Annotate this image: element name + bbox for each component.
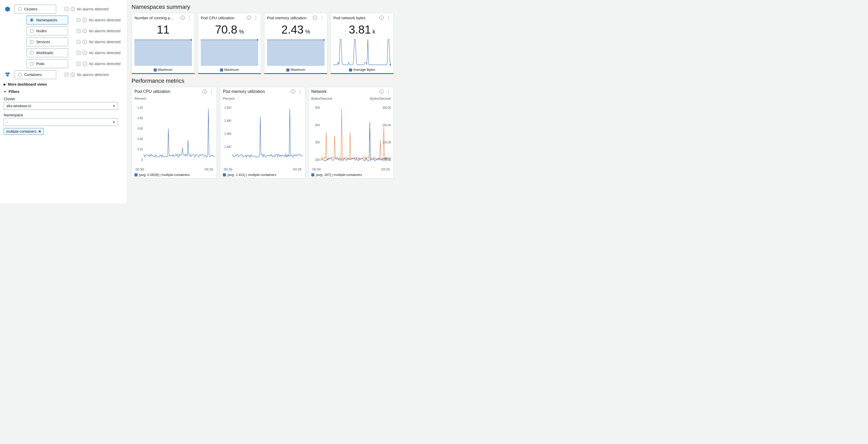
info-icon[interactable]: i (71, 7, 75, 11)
nav-item-label: Workloads (36, 51, 53, 55)
namespace-field-label: Namespace (4, 113, 124, 117)
card-menu-button[interactable]: ⋮ (320, 16, 324, 20)
chart-title: Pod memory utilization (223, 89, 265, 94)
metric-value: 3.81k (333, 23, 391, 36)
nav-item-label: Namespaces (36, 18, 58, 22)
svg-text:300.00: 300.00 (382, 106, 391, 109)
checkbox-icon[interactable] (76, 40, 81, 44)
alarm-status: iNo alarms detected (76, 29, 120, 33)
caret-right-icon: ▶ (4, 83, 6, 86)
perf-section-title: Performance metrics (131, 78, 394, 84)
card-menu-button[interactable]: ⋮ (209, 89, 214, 94)
info-icon[interactable]: i (83, 18, 87, 22)
svg-text:500: 500 (315, 106, 319, 109)
radio-icon (30, 18, 34, 22)
svg-text:300: 300 (315, 141, 319, 144)
alarm-text: No alarms detected (77, 7, 108, 11)
info-icon[interactable]: i (83, 62, 87, 66)
tree-row-pods: PodsiNo alarms detected (16, 59, 124, 68)
tree-row-workloads: WorkloadsiNo alarms detected (16, 49, 124, 57)
info-icon[interactable]: i (83, 40, 87, 44)
checkbox-icon[interactable] (76, 62, 81, 66)
chart-title: Pod CPU utilization (134, 89, 170, 94)
card-menu-button[interactable]: ⋮ (298, 89, 303, 94)
x-tick-start: 00:30 (312, 167, 321, 171)
radio-icon (18, 7, 22, 11)
info-icon[interactable]: i (181, 16, 185, 20)
alarm-status: iNo alarms detected (64, 72, 108, 77)
alarm-status: iNo alarms detected (76, 18, 120, 22)
svg-text:2.480: 2.480 (224, 119, 231, 122)
cluster-field-label: Cluster (4, 97, 124, 101)
chart-plot: 2.5002.4802.4602.440 (223, 101, 303, 166)
cluster-select[interactable]: eks-windows-ci ▼ (4, 102, 118, 110)
nav-pods-button[interactable]: Pods (27, 59, 68, 68)
card-legend: Maximum (267, 67, 324, 71)
metric-value: 70.8% (201, 23, 258, 36)
chevron-down-icon: ▼ (113, 105, 115, 108)
alarm-status: iNo alarms detected (64, 7, 108, 11)
tree-row-clusters: ClustersiNo alarms detected (4, 5, 124, 13)
info-icon[interactable]: i (203, 90, 207, 94)
nav-containers-button[interactable]: Containers (14, 70, 56, 79)
info-icon[interactable]: i (71, 72, 75, 77)
perf-chart-card: Pod CPU utilizationi⋮Percent1.000.800.60… (131, 87, 217, 179)
checkbox-icon[interactable] (76, 51, 81, 55)
checkbox-icon[interactable] (64, 72, 69, 77)
nav-workloads-button[interactable]: Workloads (27, 49, 68, 57)
card-menu-button[interactable]: ⋮ (386, 89, 391, 94)
radio-icon (30, 29, 34, 33)
svg-text:2.440: 2.440 (224, 145, 231, 148)
svg-text:0.60: 0.60 (137, 127, 143, 130)
namespace-filter-chip[interactable]: multiple-containers ✕ (4, 128, 44, 135)
perf-chart-card: Networki⋮Bytes/SecondBytes/Second5004003… (308, 87, 394, 179)
nav-item-label: Nodes (36, 29, 46, 33)
x-tick-start: 00:30 (224, 167, 232, 171)
chip-label: multiple-containers (6, 129, 37, 134)
checkbox-icon[interactable] (76, 29, 81, 33)
alarm-text: No alarms detected (89, 51, 120, 55)
svg-marker-1 (5, 72, 7, 75)
svg-marker-0 (5, 6, 10, 12)
checkbox-icon[interactable] (64, 7, 69, 11)
nav-namespaces-button[interactable]: Namespaces (27, 16, 68, 25)
y-axis-label: Percent (134, 96, 146, 100)
alarm-text: No alarms detected (77, 72, 108, 77)
card-menu-button[interactable]: ⋮ (253, 16, 258, 20)
summary-card: Pod memory utilizationi⋮2.43%Maximum (264, 13, 328, 74)
tree-row-services: ServicesiNo alarms detected (16, 37, 124, 46)
checkbox-icon[interactable] (76, 18, 81, 22)
info-icon[interactable]: i (379, 90, 383, 94)
chart-legend: [avg: 2.431] | multiple-containers (223, 171, 303, 177)
filters-toggle[interactable]: ▼ Filters (4, 90, 124, 94)
summary-section-title: Namespaces summary (131, 4, 394, 10)
nav-item-label: Clusters (24, 7, 37, 11)
card-title: Pod CPU utilization (201, 16, 245, 20)
svg-text:0.20: 0.20 (137, 148, 143, 151)
alarm-text: No alarms detected (89, 29, 120, 33)
card-menu-button[interactable]: ⋮ (187, 16, 192, 20)
metric-value: 2.43% (267, 23, 324, 36)
namespace-select[interactable]: - ▼ (4, 118, 118, 126)
radio-icon (18, 73, 22, 77)
more-dashboard-views-toggle[interactable]: ▶ More dashboard views (4, 82, 124, 86)
close-icon[interactable]: ✕ (38, 129, 41, 134)
nav-nodes-button[interactable]: Nodes (27, 27, 68, 35)
info-icon[interactable]: i (247, 16, 251, 20)
summary-card: Number of running p…i⋮11Maximum (131, 13, 195, 74)
alarm-status: iNo alarms detected (76, 62, 120, 66)
svg-text:400: 400 (315, 123, 319, 127)
card-menu-button[interactable]: ⋮ (386, 16, 391, 20)
info-icon[interactable]: i (313, 16, 317, 20)
info-icon[interactable]: i (83, 51, 87, 55)
nav-clusters-button[interactable]: Clusters (14, 5, 56, 13)
info-icon[interactable]: i (83, 29, 87, 33)
hex-cluster-icon (4, 71, 11, 78)
summary-card: Pod CPU utilizationi⋮70.8%Maximum (198, 13, 261, 74)
nav-services-button[interactable]: Services (27, 37, 68, 46)
chart-legend: [avg: 167] | multiple-containers (311, 171, 391, 177)
chart-title: Network (311, 89, 327, 94)
info-icon[interactable]: i (379, 16, 383, 20)
info-icon[interactable]: i (291, 90, 295, 94)
y-axis-label-right: Bytes/Second (370, 96, 391, 100)
